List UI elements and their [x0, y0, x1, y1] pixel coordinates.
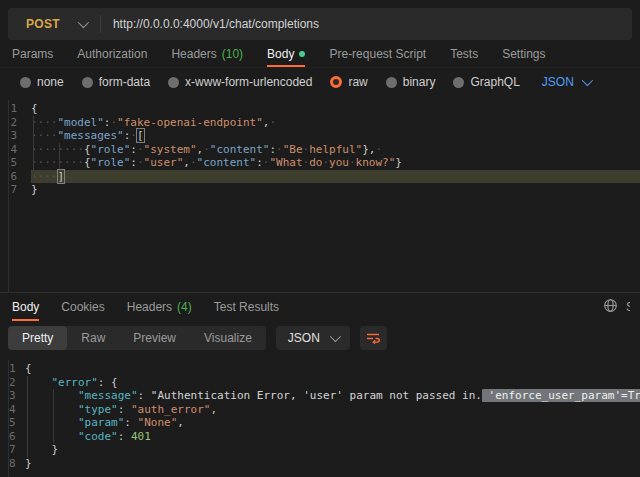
code-content: } [25, 443, 640, 457]
tab-body-label: Body [267, 47, 294, 61]
tab-headers[interactable]: Headers(10) [171, 40, 243, 67]
bodytype-graphql[interactable]: GraphQL [453, 75, 519, 89]
globe-icon[interactable] [603, 298, 618, 316]
response-tab-headers[interactable]: Headers(4) [127, 293, 192, 321]
raw-format-dropdown[interactable]: JSON [542, 75, 590, 89]
line-number: 7 [9, 183, 31, 197]
response-body-editor[interactable]: 1{2 "error": {3 "message": "Authenticati… [8, 360, 640, 477]
method-dropdown[interactable]: POST [8, 17, 100, 31]
bodytype-form-data[interactable]: form-data [82, 75, 150, 89]
code-line[interactable]: 2····"model":·"fake-openai-endpoint",· [9, 116, 640, 130]
code-line[interactable]: 8} [9, 457, 640, 471]
wrap-text-button[interactable] [360, 326, 387, 350]
response-format-dropdown[interactable]: JSON [276, 326, 350, 350]
code-line[interactable]: 5 "param": "None", [9, 416, 640, 430]
status-text-clipped: S [626, 300, 630, 314]
code-token: "auth_error" [131, 403, 210, 416]
response-tab-cookies[interactable]: Cookies [61, 293, 104, 321]
code-line[interactable]: 3 "message": "Authentication Error, 'use… [9, 389, 640, 403]
tab-params[interactable]: Params [12, 40, 53, 67]
bodytype-binary[interactable]: binary [386, 75, 436, 89]
bodytype-none[interactable]: none [20, 75, 64, 89]
code-token: 'enforce_user_param'=True" [482, 389, 640, 402]
line-number: 5 [9, 416, 25, 430]
radio-icon [453, 77, 464, 88]
url-input[interactable]: http://0.0.0.0:4000/v1/chat/completions [101, 17, 632, 31]
request-tabs: Params Authorization Headers(10) Body Pr… [0, 40, 640, 68]
code-line[interactable]: 6····] [9, 170, 640, 184]
view-visualize-button[interactable]: Visualize [190, 326, 266, 350]
indent-guide [33, 156, 34, 170]
code-token [25, 416, 78, 429]
indent-guide [33, 143, 34, 157]
code-token: "messages" [58, 129, 124, 142]
code-line[interactable]: 4 "type": "auth_error", [9, 403, 640, 417]
request-body-editor[interactable]: 1{2····"model":·"fake-openai-endpoint",·… [8, 100, 640, 292]
code-token: ········ [31, 143, 84, 156]
code-token: { [31, 102, 38, 115]
response-tab-body-label: Body [12, 300, 39, 314]
view-preview-button[interactable]: Preview [119, 326, 190, 350]
tab-prerequest-script[interactable]: Pre-request Script [329, 40, 426, 67]
code-token: "user" [144, 156, 184, 169]
code-token: }, [362, 143, 375, 156]
code-content: ····"model":·"fake-openai-endpoint",· [31, 116, 640, 130]
tab-tests-label: Tests [450, 47, 478, 61]
code-line[interactable]: 7} [9, 183, 640, 197]
code-content: "code": 401 [25, 430, 640, 444]
bodytype-raw[interactable]: raw [330, 75, 367, 89]
tab-prerequest-label: Pre-request Script [329, 47, 426, 61]
indent-guide [27, 416, 28, 430]
code-token: · [349, 156, 356, 169]
code-token: "What [269, 156, 302, 169]
code-token: : [130, 156, 137, 169]
code-token: know?" [356, 156, 396, 169]
indent-guide [53, 403, 54, 417]
code-token: · [276, 143, 283, 156]
method-label: POST [26, 17, 60, 31]
code-line[interactable]: 4········{"role":·"system",·"content":·"… [9, 143, 640, 157]
code-line[interactable]: 5········{"role":·"user",·"content":·"Wh… [9, 156, 640, 170]
response-tab-body[interactable]: Body [12, 293, 39, 321]
line-number: 4 [9, 403, 25, 417]
radio-icon [386, 77, 397, 88]
line-number: 5 [9, 156, 31, 170]
line-number: 3 [9, 129, 31, 143]
code-token: { [25, 362, 32, 375]
code-token: · [130, 129, 137, 142]
response-tab-test-results-label: Test Results [214, 300, 279, 314]
view-pretty-button[interactable]: Pretty [8, 326, 67, 350]
indent-guide [53, 430, 54, 444]
line-number: 3 [9, 389, 25, 403]
response-tab-test-results[interactable]: Test Results [214, 293, 279, 321]
code-line[interactable]: 1{ [9, 102, 640, 116]
tab-body[interactable]: Body [267, 40, 305, 67]
indent-guide [27, 443, 28, 457]
code-token: "Authentication Error, 'user' param not … [151, 389, 482, 402]
code-line[interactable]: 2 "error": { [9, 376, 640, 390]
request-url-bar: POST http://0.0.0.0:4000/v1/chat/complet… [8, 8, 632, 40]
view-raw-button[interactable]: Raw [67, 326, 119, 350]
chevron-down-icon [78, 17, 89, 28]
code-token: : [130, 143, 137, 156]
code-token: · [137, 156, 144, 169]
tab-tests[interactable]: Tests [450, 40, 478, 67]
indent-guide [27, 376, 28, 390]
code-token: · [203, 143, 210, 156]
code-token: · [137, 143, 144, 156]
code-token: } [31, 183, 38, 196]
tab-settings[interactable]: Settings [502, 40, 545, 67]
code-line[interactable]: 3····"messages":·[ [9, 129, 640, 143]
tab-authorization[interactable]: Authorization [77, 40, 147, 67]
code-token: · [269, 116, 276, 129]
bodytype-urlencoded[interactable]: x-www-form-urlencoded [168, 75, 312, 89]
indent-guide [33, 116, 34, 130]
code-line[interactable]: 1{ [9, 362, 640, 376]
indent-guide [27, 430, 28, 444]
code-line[interactable]: 7 } [9, 443, 640, 457]
code-token: "None" [138, 416, 178, 429]
code-line[interactable]: 6 "code": 401 [9, 430, 640, 444]
code-content: { [31, 102, 640, 116]
code-token: : [256, 156, 263, 169]
indent-guide [53, 416, 54, 430]
